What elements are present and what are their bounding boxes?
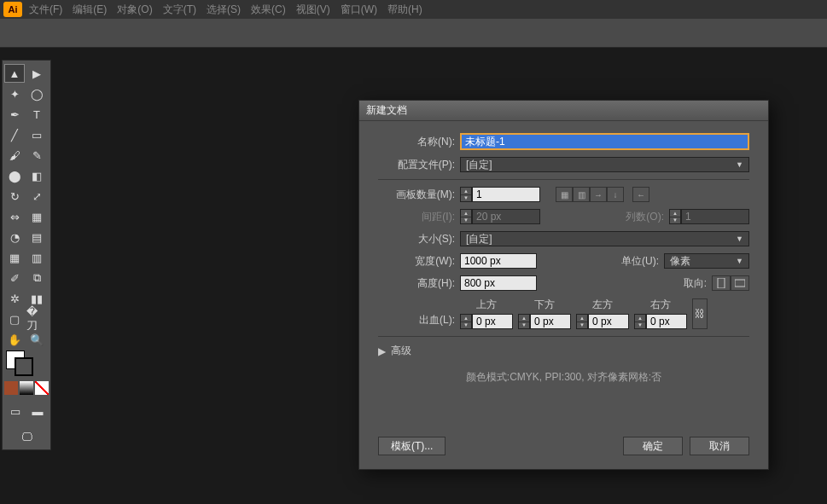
menubar: Ai 文件(F) 编辑(E) 对象(O) 文字(T) 选择(S) 效果(C) 视… <box>0 0 827 19</box>
menu-object[interactable]: 对象(O) <box>117 3 152 17</box>
width-tool[interactable]: ⇔ <box>4 207 25 226</box>
pen-tool[interactable]: ✒ <box>4 105 25 124</box>
eyedropper-tool[interactable]: ✐ <box>4 269 25 287</box>
templates-button[interactable]: 模板(T)... <box>378 437 446 455</box>
size-label: 大小(S): <box>378 232 455 246</box>
arrange-col-icon[interactable]: ↓ <box>607 187 624 202</box>
bleed-left-label: 左方 <box>592 298 613 312</box>
artboards-label: 画板数量(M): <box>378 188 455 202</box>
lasso-tool[interactable]: ◯ <box>26 84 47 103</box>
units-label: 单位(U): <box>621 254 659 269</box>
bleed-left-stepper[interactable]: ▲▼ <box>576 314 588 329</box>
spacing-input <box>472 209 540 224</box>
zoom-tool[interactable]: 🔍 <box>26 330 47 349</box>
blend-tool[interactable]: ⧉ <box>26 269 47 287</box>
selection-tool[interactable]: ▲ <box>4 64 25 83</box>
bleed-right-label: 右方 <box>650 298 671 312</box>
arrange-rtl-icon[interactable]: ← <box>632 187 649 202</box>
mode-info: 颜色模式:CMYK, PPI:300, 对齐像素网格:否 <box>378 370 749 385</box>
fill-stroke-swap[interactable] <box>4 350 47 376</box>
screen-mode-normal[interactable]: ▭ <box>5 402 26 420</box>
scale-tool[interactable]: ⤢ <box>26 187 47 206</box>
app-icon: Ai <box>3 2 22 17</box>
svg-rect-0 <box>718 278 725 288</box>
bleed-right-input[interactable] <box>646 314 687 329</box>
svg-rect-1 <box>735 280 745 287</box>
rotate-tool[interactable]: ↻ <box>4 187 25 206</box>
bleed-top-stepper[interactable]: ▲▼ <box>460 314 472 329</box>
change-screen-mode[interactable]: 🖵 <box>16 427 37 446</box>
menu-help[interactable]: 帮助(H) <box>387 3 422 17</box>
bleed-top-input[interactable] <box>472 314 513 329</box>
none-swatch[interactable] <box>35 381 49 395</box>
menu-window[interactable]: 窗口(W) <box>341 3 377 17</box>
menu-view[interactable]: 视图(V) <box>296 3 330 17</box>
triangle-right-icon: ▶ <box>378 345 386 357</box>
magic-wand-tool[interactable]: ✦ <box>4 84 25 103</box>
columns-stepper: ▲▼ <box>669 209 681 224</box>
screen-mode-full[interactable]: ▬ <box>27 402 48 420</box>
chevron-down-icon: ▼ <box>736 257 743 265</box>
pencil-tool[interactable]: ✎ <box>26 146 47 165</box>
menu-effect[interactable]: 效果(C) <box>251 3 286 17</box>
gradient-swatch[interactable] <box>20 381 33 395</box>
artboards-stepper[interactable]: ▲▼ <box>460 187 472 202</box>
dialog-title: 新建文档 <box>366 103 407 118</box>
mesh-tool[interactable]: ▦ <box>4 248 25 267</box>
bleed-top-label: 上方 <box>476 298 497 312</box>
name-input[interactable] <box>461 134 748 149</box>
type-tool[interactable]: T <box>26 105 47 124</box>
bleed-right-stepper[interactable]: ▲▼ <box>634 314 646 329</box>
menu-file[interactable]: 文件(F) <box>29 3 62 17</box>
bleed-left-input[interactable] <box>588 314 629 329</box>
orientation-portrait[interactable] <box>712 275 731 291</box>
eraser-tool[interactable]: ◧ <box>26 166 47 185</box>
artboard-tool[interactable]: ▢ <box>4 310 25 328</box>
shape-builder-tool[interactable]: ◔ <box>4 228 25 246</box>
paintbrush-tool[interactable]: 🖌 <box>4 146 25 165</box>
free-transform-tool[interactable]: ▦ <box>26 207 47 226</box>
hand-tool[interactable]: ✋ <box>4 330 25 349</box>
advanced-toggle[interactable]: ▶ 高级 <box>378 344 749 358</box>
name-label: 名称(N): <box>378 135 455 149</box>
width-input[interactable] <box>460 253 537 269</box>
ok-button[interactable]: 确定 <box>623 437 683 455</box>
height-label: 高度(H): <box>378 276 455 291</box>
menu-select[interactable]: 选择(S) <box>207 3 241 17</box>
dialog-titlebar[interactable]: 新建文档 <box>359 101 768 121</box>
menu-type[interactable]: 文字(T) <box>163 3 196 17</box>
grid-by-col-icon[interactable]: ▥ <box>573 187 590 202</box>
bleed-label: 出血(L): <box>378 313 455 327</box>
bleed-bottom-stepper[interactable]: ▲▼ <box>518 314 530 329</box>
orientation-label: 取向: <box>684 276 707 291</box>
line-tool[interactable]: ╱ <box>4 125 25 144</box>
grid-by-row-icon[interactable]: ▦ <box>556 187 573 202</box>
orientation-landscape[interactable] <box>731 275 749 291</box>
new-document-dialog: 新建文档 名称(N): 配置文件(P): [自定]▼ 画板数量(M): ▲▼ ▦… <box>358 100 769 470</box>
bleed-bottom-input[interactable] <box>530 314 571 329</box>
rectangle-tool[interactable]: ▭ <box>26 125 47 144</box>
bleed-link-icon[interactable]: ⛓ <box>692 298 708 329</box>
arrange-row-icon[interactable]: → <box>590 187 607 202</box>
color-swatch[interactable] <box>4 381 18 395</box>
slice-tool[interactable]: �刀 <box>26 310 47 328</box>
gradient-tool[interactable]: ▥ <box>26 248 47 267</box>
cancel-button[interactable]: 取消 <box>690 437 749 455</box>
artboards-input[interactable] <box>472 187 540 202</box>
profile-label: 配置文件(P): <box>378 158 455 172</box>
control-bar <box>0 19 827 48</box>
units-select[interactable]: 像素▼ <box>664 253 749 269</box>
size-select[interactable]: [自定]▼ <box>460 231 749 246</box>
spacing-stepper: ▲▼ <box>460 209 472 224</box>
blob-brush-tool[interactable]: ⬤ <box>4 166 25 185</box>
columns-input <box>681 209 749 224</box>
columns-label: 列数(O): <box>626 210 664 224</box>
height-input[interactable] <box>460 275 537 291</box>
perspective-grid-tool[interactable]: ▤ <box>26 228 47 246</box>
menu-edit[interactable]: 编辑(E) <box>73 3 107 17</box>
width-label: 宽度(W): <box>378 254 455 269</box>
direct-selection-tool[interactable]: ▶ <box>26 64 47 83</box>
profile-select[interactable]: [自定]▼ <box>460 157 749 172</box>
symbol-sprayer-tool[interactable]: ✲ <box>4 289 25 308</box>
spacing-label: 间距(I): <box>378 210 455 224</box>
